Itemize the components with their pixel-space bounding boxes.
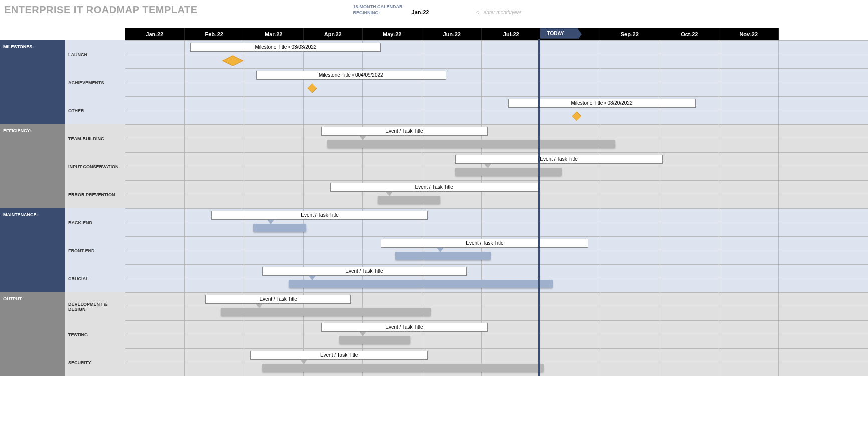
section-label: MAINTENANCE: — [0, 208, 65, 292]
svg-marker-0 — [223, 56, 243, 66]
timeline: Milestone Title • 03/03/2022Milestone Ti… — [125, 40, 868, 124]
section: EFFICIENCY:TEAM-BUILDINGINPUT CONSERVATI… — [0, 124, 868, 208]
gantt-row: Event / Task Title — [125, 292, 868, 320]
month-header: Feb-22 — [185, 28, 245, 40]
task-label[interactable]: Event / Task Title — [250, 351, 428, 360]
row-label: TESTING — [65, 320, 125, 348]
svg-marker-1 — [308, 84, 317, 93]
gantt-row: Event / Task Title — [125, 208, 868, 236]
gantt-row: Event / Task Title — [125, 180, 868, 208]
milestone-label[interactable]: Milestone Title • 03/03/2022 — [190, 43, 380, 52]
task-bar[interactable] — [339, 336, 410, 344]
section: MAINTENANCE:BACK-ENDFRONT-ENDCRUCIALEven… — [0, 208, 868, 292]
row-label: CRUCIAL — [65, 264, 125, 292]
gantt-row: Event / Task Title — [125, 236, 868, 264]
month-header: Jun-22 — [422, 28, 482, 40]
task-label[interactable]: Event / Task Title — [455, 155, 663, 164]
today-label: TODAY — [540, 28, 578, 39]
gantt-row: Event / Task Title — [125, 348, 868, 376]
milestone-diamond-icon[interactable] — [571, 111, 582, 122]
caret-down-icon — [359, 136, 366, 140]
milestone-label[interactable]: Milestone Title • 004/09/2022 — [256, 71, 446, 80]
row-label: ERROR PREVENTION — [65, 180, 125, 208]
row-label: BACK-END — [65, 208, 125, 236]
gantt-row: Milestone Title • 004/09/2022 — [125, 68, 868, 96]
month-header: Jan-22 — [125, 28, 185, 40]
today-marker: TODAY — [540, 28, 578, 39]
month-header: May-22 — [363, 28, 422, 40]
task-label[interactable]: Event / Task Title — [330, 183, 538, 192]
milestone-diamond-icon[interactable] — [307, 83, 318, 94]
milestone-diamond-icon[interactable] — [217, 55, 247, 66]
gantt-row: Milestone Title • 03/03/2022 — [125, 40, 868, 68]
task-bar[interactable] — [378, 196, 440, 204]
row-label: TEAM-BUILDING — [65, 124, 125, 152]
row-label: LAUNCH — [65, 40, 125, 68]
timeline: Event / Task TitleEvent / Task TitleEven… — [125, 124, 868, 208]
caret-down-icon — [484, 164, 491, 168]
caret-down-icon — [300, 360, 307, 364]
months-header: Jan-22Feb-22Mar-22Apr-22May-22Jun-22Jul-… — [0, 28, 868, 40]
timeline: Event / Task TitleEvent / Task TitleEven… — [125, 292, 868, 376]
row-label: FRONT-END — [65, 236, 125, 264]
caret-down-icon — [359, 332, 366, 336]
task-label[interactable]: Event / Task Title — [205, 295, 351, 304]
month-header: Apr-22 — [304, 28, 363, 40]
section-label: MILESTONES: — [0, 40, 65, 124]
calendar-range-label: 18-MONTH CALENDAR — [353, 4, 522, 9]
task-bar[interactable] — [455, 168, 562, 176]
caret-down-icon — [267, 220, 274, 224]
gantt-row: Event / Task Title — [125, 264, 868, 292]
section: MILESTONES:LAUNCHACHIEVEMENTSOTHERMilest… — [0, 40, 868, 124]
row-label: ACHIEVEMENTS — [65, 68, 125, 96]
caret-down-icon — [256, 304, 263, 308]
today-line — [538, 39, 540, 376]
month-header: Sep-22 — [600, 28, 660, 40]
month-header: Jul-22 — [482, 28, 541, 40]
gantt-row: Event / Task Title — [125, 320, 868, 348]
task-bar[interactable] — [395, 252, 491, 260]
task-label[interactable]: Event / Task Title — [321, 127, 488, 136]
section: OUTPUTDEVELOPMENT & DESIGNTESTINGSECURIT… — [0, 292, 868, 376]
section-label: EFFICIENCY: — [0, 124, 65, 208]
caret-down-icon — [437, 248, 444, 252]
task-bar[interactable] — [289, 280, 553, 288]
row-label: DEVELOPMENT & DESIGN — [65, 292, 125, 320]
task-label[interactable]: Event / Task Title — [262, 267, 467, 276]
task-bar[interactable] — [253, 224, 307, 232]
svg-marker-2 — [572, 112, 581, 121]
page-title: ENTERPRISE IT ROADMAP TEMPLATE — [4, 4, 198, 16]
task-label[interactable]: Event / Task Title — [381, 239, 589, 248]
task-bar[interactable] — [262, 364, 544, 372]
task-bar[interactable] — [221, 308, 431, 316]
task-label[interactable]: Event / Task Title — [321, 323, 488, 332]
gantt-row: Event / Task Title — [125, 124, 868, 152]
month-header: Nov-22 — [719, 28, 779, 40]
beginning-value[interactable]: Jan-22 — [412, 9, 429, 15]
caret-down-icon — [309, 276, 316, 280]
row-label: OTHER — [65, 96, 125, 124]
month-header: Mar-22 — [244, 28, 304, 40]
input-hint: <-- enter month/year — [476, 10, 522, 15]
gantt-row: Milestone Title • 08/20/2022 — [125, 96, 868, 124]
month-header: Oct-22 — [660, 28, 720, 40]
row-label: SECURITY — [65, 348, 125, 376]
task-label[interactable]: Event / Task Title — [211, 211, 428, 220]
gantt-row: Event / Task Title — [125, 152, 868, 180]
milestone-label[interactable]: Milestone Title • 08/20/2022 — [508, 99, 695, 108]
task-bar[interactable] — [327, 140, 615, 148]
caret-down-icon — [386, 192, 393, 196]
timeline: Event / Task TitleEvent / Task TitleEven… — [125, 208, 868, 292]
beginning-label: BEGINNING: — [353, 10, 380, 15]
section-label: OUTPUT — [0, 292, 65, 376]
row-label: INPUT CONSERVATION — [65, 152, 125, 180]
